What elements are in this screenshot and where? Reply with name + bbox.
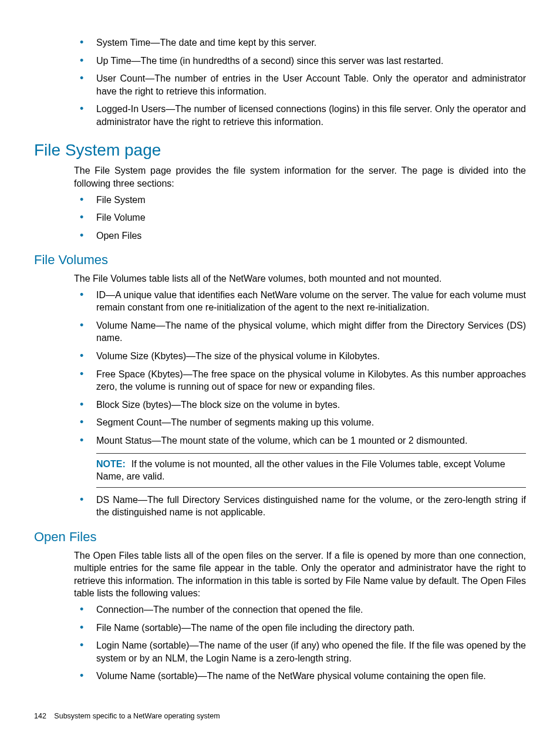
paragraph: The Open Files table lists all of the op… <box>74 549 526 600</box>
list-item: Mount Status—The mount state of the volu… <box>74 434 526 447</box>
list-item: DS Name—The full Directory Services dist… <box>74 494 526 519</box>
list-item: ID—A unique value that identifies each N… <box>74 289 526 314</box>
list-item: Open Files <box>74 229 526 242</box>
page-container: System Time—The date and time kept by th… <box>0 0 560 683</box>
open-files-list: Connection—The number of the connection … <box>74 603 526 683</box>
list-item: Volume Name (sortable)—The name of the N… <box>74 670 526 683</box>
page-number: 142 <box>34 712 46 720</box>
note-text: If the volume is not mounted, all the ot… <box>96 459 505 482</box>
footer-section-title: Subsystem specific to a NetWare operatin… <box>54 712 220 720</box>
list-item: Block Size (bytes)—The block size on the… <box>74 399 526 411</box>
list-item: Free Space (Kbytes)—The free space on th… <box>74 368 526 393</box>
list-item: Login Name (sortable)—The name of the us… <box>74 639 526 664</box>
list-item: Logged-In Users—The number of licensed c… <box>74 103 526 128</box>
list-item: Volume Size (Kbytes)—The size of the phy… <box>74 350 526 363</box>
list-item: File System <box>74 194 526 207</box>
list-item: File Name (sortable)—The name of the ope… <box>74 622 526 634</box>
page-footer: 142 Subsystem specific to a NetWare oper… <box>34 711 220 721</box>
paragraph: The File Volumes table lists all of the … <box>74 272 526 285</box>
heading-file-volumes: File Volumes <box>34 251 526 269</box>
list-item: Segment Count—The number of segments mak… <box>74 416 526 429</box>
file-system-sections-list: File System File Volume Open Files <box>74 194 526 242</box>
list-item: System Time—The date and time kept by th… <box>74 36 526 49</box>
list-item: Volume Name—The name of the physical vol… <box>74 319 526 345</box>
list-item: File Volume <box>74 211 526 224</box>
list-item: Up Time—The time (in hundredths of a sec… <box>74 55 526 67</box>
paragraph: The File System page provides the file s… <box>74 164 526 190</box>
top-bullet-list: System Time—The date and time kept by th… <box>74 36 526 129</box>
file-volumes-list-2: DS Name—The full Directory Services dist… <box>74 494 526 519</box>
list-item: Connection—The number of the connection … <box>74 603 526 616</box>
note-box: NOTE:If the volume is not mounted, all t… <box>96 453 526 488</box>
file-volumes-list: ID—A unique value that identifies each N… <box>74 289 526 447</box>
content-area: System Time—The date and time kept by th… <box>34 36 526 683</box>
note-label: NOTE: <box>96 459 126 469</box>
heading-file-system-page: File System page <box>34 139 526 161</box>
heading-open-files: Open Files <box>34 528 526 546</box>
list-item: User Count—The number of entries in the … <box>74 72 526 97</box>
